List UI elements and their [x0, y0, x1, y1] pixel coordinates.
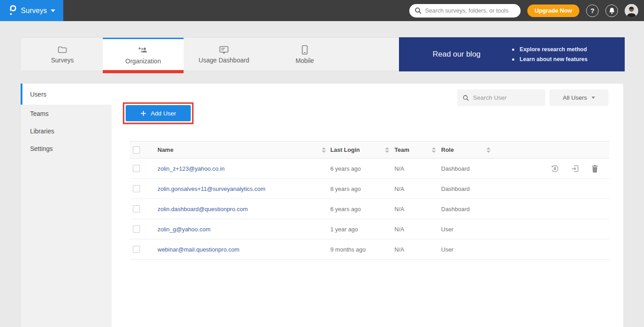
user-email-link[interactable]: zolin_g@yahoo.com — [158, 226, 210, 233]
login-as-user-icon[interactable] — [571, 164, 579, 173]
user-email-link[interactable]: zolin.gonsalves+11@surveyanalytics.com — [158, 186, 265, 192]
red-underline-annotation — [103, 70, 184, 73]
team-value: N/A — [394, 165, 404, 172]
global-search-input[interactable] — [425, 7, 515, 14]
blog-bullet-text: Explore research method — [520, 44, 587, 54]
user-email-link[interactable]: zolin.dashboard@questionpro.com — [158, 206, 248, 212]
tab-label: Mobile — [295, 57, 314, 64]
organization-panel: Users Teams Libraries Settings Add User — [20, 83, 624, 327]
tab-organization[interactable]: Organization — [103, 38, 184, 71]
blog-bullet-text: Learn about new features — [520, 54, 587, 64]
search-icon — [463, 95, 469, 101]
sidebar-item-label: Users — [30, 91, 47, 98]
tab-surveys[interactable]: Surveys — [22, 38, 103, 71]
search-icon — [415, 7, 421, 14]
bell-icon — [609, 7, 615, 14]
table-header-row: Name Last Login Team — [130, 141, 609, 159]
row-checkbox[interactable] — [133, 246, 140, 253]
chevron-down-icon — [591, 97, 595, 99]
team-value: N/A — [394, 246, 404, 253]
team-value: N/A — [394, 206, 404, 212]
tab-mobile[interactable]: Mobile — [264, 38, 345, 71]
chevron-down-icon — [51, 9, 55, 12]
add-user-label: Add User — [151, 110, 176, 117]
notifications-button[interactable] — [605, 4, 618, 17]
sort-icon[interactable] — [385, 147, 389, 153]
sidebar-item-label: Settings — [30, 145, 53, 152]
row-checkbox[interactable] — [133, 225, 140, 233]
select-all-checkbox[interactable] — [133, 146, 140, 154]
table-row: webinar@mail.questionpro.com 9 months ag… — [130, 239, 609, 260]
global-search[interactable] — [409, 4, 521, 18]
folder-icon — [57, 45, 67, 54]
search-user-input[interactable] — [473, 94, 552, 101]
last-login-value: 6 years ago — [330, 165, 361, 172]
plus-icon — [140, 110, 146, 116]
bullet-dot-icon — [512, 58, 514, 61]
sidebar-item-label: Teams — [30, 110, 48, 117]
row-checkbox[interactable] — [133, 205, 140, 212]
questionpro-logo-icon — [8, 4, 17, 17]
last-login-value: 1 year ago — [330, 226, 358, 233]
bullet-dot-icon — [512, 49, 514, 51]
blog-banner-title: Read our blog — [433, 50, 481, 59]
table-row: zolin.gonsalves+11@surveyanalytics.com 8… — [130, 179, 609, 199]
product-switcher[interactable]: Surveys — [0, 0, 63, 21]
topbar: Surveys Upgrade Now ? — [0, 0, 644, 21]
filter-label: All Users — [563, 94, 587, 101]
avatar[interactable] — [625, 4, 638, 18]
sidebar-item-settings[interactable]: Settings — [21, 140, 112, 157]
role-value: User — [441, 246, 453, 253]
users-table: Name Last Login Team — [130, 141, 609, 260]
reset-password-icon[interactable] — [551, 164, 559, 173]
tab-usage-dashboard[interactable]: Usage Dashboard — [184, 38, 264, 71]
team-value: N/A — [394, 186, 404, 192]
blog-banner[interactable]: Read our blog Explore research method Le… — [399, 37, 625, 71]
dashboard-icon — [219, 45, 229, 54]
column-header-name: Name — [158, 146, 173, 153]
blog-bullet: Learn about new features — [512, 54, 587, 64]
mobile-phone-icon — [302, 45, 308, 55]
table-row: zolin_g@yahoo.com 1 year ago N/A User — [130, 219, 609, 239]
sidebar-item-teams[interactable]: Teams — [21, 105, 112, 122]
column-header-role: Role — [441, 146, 454, 153]
section-tabs: Surveys Organization Usage Dashboard — [20, 37, 624, 71]
last-login-value: 6 years ago — [330, 206, 361, 212]
sort-icon[interactable] — [322, 147, 326, 153]
user-email-link[interactable]: webinar@mail.questionpro.com — [158, 246, 239, 253]
row-checkbox[interactable] — [133, 185, 140, 192]
upgrade-now-button[interactable]: Upgrade Now — [527, 4, 579, 17]
blog-banner-bullets: Explore research method Learn about new … — [512, 44, 587, 64]
tab-label: Surveys — [51, 57, 74, 64]
last-login-value: 8 years ago — [330, 186, 361, 192]
sidebar-item-label: Libraries — [30, 128, 54, 135]
red-box-annotation: Add User — [123, 102, 193, 124]
role-value: Dashboard — [441, 206, 470, 212]
search-user-box[interactable] — [457, 89, 545, 106]
add-user-button[interactable]: Add User — [126, 105, 191, 121]
help-button[interactable]: ? — [586, 4, 599, 17]
team-value: N/A — [394, 226, 404, 233]
last-login-value: 9 months ago — [330, 246, 366, 253]
org-side-nav: Users Teams Libraries Settings — [21, 84, 112, 327]
table-row: zolin_z+123@yahoo.co.in 6 years ago N/A … — [130, 159, 609, 179]
tab-label: Usage Dashboard — [199, 57, 250, 64]
sort-icon[interactable] — [486, 147, 491, 153]
product-name: Surveys — [21, 7, 47, 15]
person-add-icon — [137, 46, 149, 55]
role-value: Dashboard — [441, 186, 470, 192]
blog-bullet: Explore research method — [512, 44, 587, 54]
question-mark-icon: ? — [590, 7, 594, 14]
row-checkbox[interactable] — [133, 165, 140, 172]
column-header-last-login: Last Login — [330, 146, 360, 153]
role-value: Dashboard — [441, 165, 470, 172]
sort-icon[interactable] — [432, 147, 436, 153]
user-email-link[interactable]: zolin_z+123@yahoo.co.in — [158, 165, 224, 172]
sidebar-item-users[interactable]: Users — [21, 84, 112, 105]
user-filter-dropdown[interactable]: All Users — [549, 89, 609, 106]
delete-user-icon[interactable] — [591, 164, 599, 173]
tab-label: Organization — [125, 57, 161, 65]
role-value: User — [441, 226, 453, 233]
sidebar-item-libraries[interactable]: Libraries — [21, 122, 112, 140]
table-row: zolin.dashboard@questionpro.com 6 years … — [130, 199, 609, 219]
